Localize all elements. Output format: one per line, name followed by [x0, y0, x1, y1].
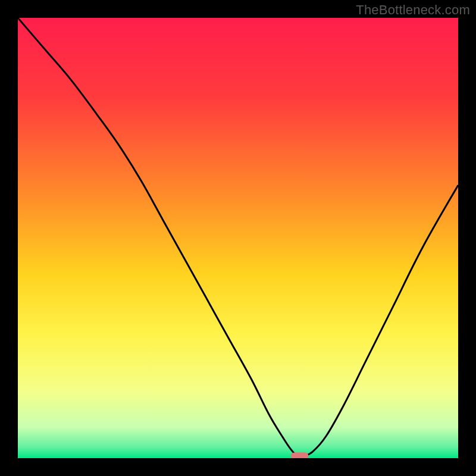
plot-area: [18, 18, 458, 458]
chart-frame: TheBottleneck.com: [0, 0, 476, 476]
chart-svg: [18, 18, 458, 458]
optimal-marker: [291, 452, 309, 458]
gradient-background: [18, 18, 458, 458]
watermark-text: TheBottleneck.com: [356, 2, 470, 18]
